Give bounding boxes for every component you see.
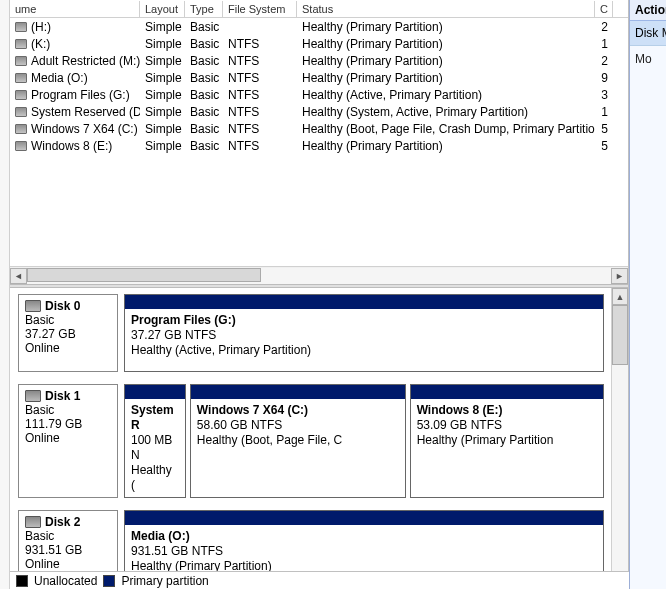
scroll-up-button[interactable]: ▲ [612,288,628,305]
disk-name: Disk 0 [45,299,80,313]
volume-layout: Simple [140,37,185,51]
volume-list-header: ume Layout Type File System Status C [10,0,628,18]
partition-status: Healthy (Primary Partition [417,433,597,448]
col-status[interactable]: Status [297,1,595,17]
volume-type: Basic [185,37,223,51]
disk-size: 931.51 GB [25,543,111,557]
scroll-thumb-v[interactable] [612,305,628,365]
volume-row[interactable]: (H:)SimpleBasicHealthy (Primary Partitio… [10,18,628,35]
volume-name: (K:) [31,37,50,51]
volume-filesystem: NTFS [223,122,297,136]
partition-status: Healthy ( [131,463,179,493]
partition-box[interactable]: Windows 7 X64 (C:)58.60 GB NTFSHealthy (… [190,384,406,498]
legend-label-unallocated: Unallocated [34,574,97,588]
disk-status: Online [25,431,111,445]
disk-status: Online [25,557,111,571]
volume-layout: Simple [140,139,185,153]
volume-filesystem: NTFS [223,105,297,119]
legend-swatch-unallocated [16,575,28,587]
volume-status: Healthy (Primary Partition) [297,37,595,51]
volume-row[interactable]: System Reserved (D:)SimpleBasicNTFSHealt… [10,103,628,120]
disk-view-vscroll[interactable]: ▲ ▼ [611,288,628,589]
volume-row[interactable]: Adult Restricted (M:)SimpleBasicNTFSHeal… [10,52,628,69]
volume-row[interactable]: Media (O:)SimpleBasicNTFSHealthy (Primar… [10,69,628,86]
disk-icon [25,300,41,312]
volume-layout: Simple [140,88,185,102]
partition-box[interactable]: Program Files (G:)37.27 GB NTFSHealthy (… [124,294,604,372]
volume-layout: Simple [140,54,185,68]
partition-size: 58.60 GB NTFS [197,418,399,433]
volume-row[interactable]: Windows 8 (E:)SimpleBasicNTFSHealthy (Pr… [10,137,628,154]
volume-type: Basic [185,54,223,68]
volume-layout: Simple [140,20,185,34]
volume-row[interactable]: Windows 7 X64 (C:)SimpleBasicNTFSHealthy… [10,120,628,137]
volume-layout: Simple [140,71,185,85]
legend-label-primary: Primary partition [121,574,208,588]
col-layout[interactable]: Layout [140,1,185,17]
scroll-track[interactable] [27,268,611,284]
volume-icon [15,141,27,151]
volume-status: Healthy (System, Active, Primary Partiti… [297,105,595,119]
partition-size: 37.27 GB NTFS [131,328,597,343]
col-filesystem[interactable]: File System [223,1,297,17]
partition-name: Program Files (G:) [131,313,597,328]
partition-size: 100 MB N [131,433,179,463]
actions-item-more[interactable]: Mo [630,46,666,72]
disk-status: Online [25,341,111,355]
volume-type: Basic [185,88,223,102]
volume-row[interactable]: (K:)SimpleBasicNTFSHealthy (Primary Part… [10,35,628,52]
partition-color-band [125,511,603,525]
volume-row[interactable]: Program Files (G:)SimpleBasicNTFSHealthy… [10,86,628,103]
col-type[interactable]: Type [185,1,223,17]
volume-icon [15,56,27,66]
volume-extra: 5 [595,122,613,136]
partition-box[interactable]: Windows 8 (E:)53.09 GB NTFSHealthy (Prim… [410,384,604,498]
disk-type: Basic [25,529,111,543]
partition-name: Windows 8 (E:) [417,403,597,418]
volume-icon [15,39,27,49]
disk-type: Basic [25,313,111,327]
scroll-track-v[interactable] [612,305,628,572]
disk-row[interactable]: Disk 1Basic111.79 GBOnlineSystem R100 MB… [18,384,624,498]
volume-type: Basic [185,71,223,85]
scroll-left-button[interactable]: ◄ [10,268,27,284]
disk-graphical-view[interactable]: Disk 0Basic37.27 GBOnlineProgram Files (… [10,288,628,589]
volume-type: Basic [185,20,223,34]
volume-filesystem: NTFS [223,139,297,153]
partition-color-band [125,295,603,309]
disk-label[interactable]: Disk 1Basic111.79 GBOnline [18,384,118,498]
col-extra[interactable]: C [595,1,613,17]
volume-list-hscroll[interactable]: ◄ ► [10,266,628,284]
col-volume[interactable]: ume [10,1,140,17]
volume-type: Basic [185,122,223,136]
volume-icon [15,107,27,117]
volume-status: Healthy (Primary Partition) [297,139,595,153]
volume-type: Basic [185,139,223,153]
volume-name: Windows 8 (E:) [31,139,112,153]
volume-extra: 2 [595,20,613,34]
volume-icon [15,73,27,83]
partition-color-band [125,385,185,399]
partition-name: System R [131,403,179,433]
disk-label[interactable]: Disk 0Basic37.27 GBOnline [18,294,118,372]
volume-type: Basic [185,105,223,119]
disk-icon [25,390,41,402]
partition-status: Healthy (Boot, Page File, C [197,433,399,448]
scroll-right-button[interactable]: ► [611,268,628,284]
volume-list[interactable]: (H:)SimpleBasicHealthy (Primary Partitio… [10,18,628,266]
volume-extra: 1 [595,37,613,51]
partition-size: 931.51 GB NTFS [131,544,597,559]
scroll-thumb[interactable] [27,268,261,282]
partition-name: Media (O:) [131,529,597,544]
actions-item-disk-management[interactable]: Disk Ma [630,21,666,46]
volume-extra: 2 [595,54,613,68]
volume-filesystem: NTFS [223,88,297,102]
actions-pane: Actions Disk Ma Mo [629,0,666,589]
volume-name: Windows 7 X64 (C:) [31,122,138,136]
volume-status: Healthy (Boot, Page File, Crash Dump, Pr… [297,122,595,136]
disk-size: 37.27 GB [25,327,111,341]
partition-box[interactable]: System R100 MB NHealthy ( [124,384,186,498]
disk-row[interactable]: Disk 0Basic37.27 GBOnlineProgram Files (… [18,294,624,372]
partition-color-band [191,385,405,399]
partition-name: Windows 7 X64 (C:) [197,403,399,418]
